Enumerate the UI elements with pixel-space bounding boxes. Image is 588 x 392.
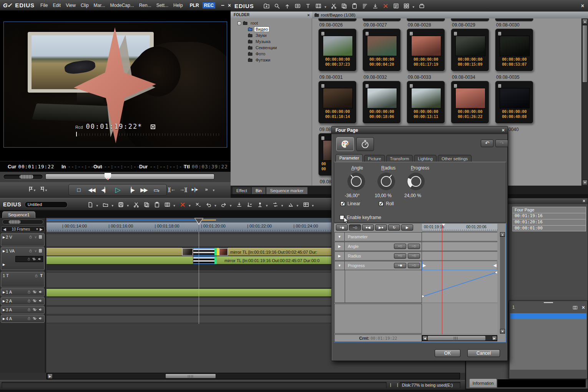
menu-item-mar[interactable]: Mar... bbox=[94, 3, 105, 8]
lock-icon[interactable] bbox=[27, 290, 31, 294]
timeline-zoom-slider[interactable] bbox=[2, 219, 43, 224]
tab-sequence1[interactable]: Sequence1 bbox=[2, 211, 35, 218]
reset-keyframe-button[interactable]: ↻ bbox=[388, 224, 400, 231]
keyframe-track-progress[interactable]: ▶◀ bbox=[422, 261, 497, 270]
open-project-caret-icon[interactable]: ▼ bbox=[111, 204, 114, 208]
knob-radius[interactable] bbox=[377, 172, 395, 192]
keyframe-row-progress[interactable]: ▼Progress+◆−◇ bbox=[334, 261, 422, 270]
tab-lighting[interactable]: Lighting bbox=[414, 155, 437, 163]
goto-out-button[interactable]: →][ bbox=[178, 184, 188, 194]
rec-mode-button[interactable]: REC bbox=[203, 2, 215, 8]
normalize-audio-caret-icon[interactable]: ▼ bbox=[296, 204, 299, 208]
track-expander-icon[interactable]: ▶ bbox=[3, 236, 5, 239]
play-button[interactable]: ▷ bbox=[113, 185, 123, 195]
project-name-field[interactable]: Untitled bbox=[25, 201, 68, 208]
loop-button[interactable]: ▭▼ bbox=[152, 185, 162, 195]
minimize-button[interactable]: – bbox=[221, 2, 224, 9]
keyframe-end-marker[interactable]: ◀ bbox=[493, 263, 497, 268]
zoom-preset-dropdown[interactable]: ◀ 10 Frames ▼ ▶ bbox=[1, 226, 45, 232]
track-header-1a[interactable]: ▶1 A bbox=[1, 288, 45, 296]
row-expander-icon[interactable]: ▼ bbox=[335, 261, 345, 270]
export-button[interactable]: ▸|▸ bbox=[190, 184, 200, 194]
timeline-horizontal-scrollbar[interactable]: ◀ ▶ bbox=[47, 373, 460, 379]
menu-item-ren[interactable]: Ren... bbox=[139, 3, 151, 8]
cut-icon[interactable] bbox=[330, 2, 338, 10]
up-folder-icon[interactable] bbox=[283, 2, 292, 10]
position-slider[interactable] bbox=[45, 174, 214, 179]
row-add-keyframe-button[interactable]: +◇ bbox=[394, 244, 406, 249]
track-header-2v[interactable]: ▶2 V∨ bbox=[1, 233, 45, 246]
menu-item-modecap[interactable]: ModeCap... bbox=[110, 3, 134, 8]
add-title-icon[interactable] bbox=[304, 2, 312, 10]
undo-button[interactable]: ↶ bbox=[481, 140, 493, 147]
video-clip-1[interactable] bbox=[47, 248, 182, 256]
keyframe-playhead-marker[interactable] bbox=[442, 224, 445, 226]
knob-progress[interactable] bbox=[407, 172, 425, 192]
menu-item-sett[interactable]: Sett... bbox=[156, 3, 168, 8]
redo-icon[interactable] bbox=[219, 201, 228, 208]
info-row-effect-name[interactable]: Four Page bbox=[512, 207, 586, 213]
paste-icon[interactable] bbox=[350, 2, 359, 10]
row-add-keyframe-button[interactable]: +◇ bbox=[394, 253, 406, 259]
checkbox-icon[interactable] bbox=[379, 201, 384, 206]
layouter-icon[interactable] bbox=[302, 201, 310, 208]
delete-icon[interactable] bbox=[382, 2, 390, 10]
bin-close-button[interactable]: × bbox=[581, 3, 584, 9]
track-header-1t[interactable]: 1 TT bbox=[1, 272, 45, 287]
normalize-icon[interactable] bbox=[371, 2, 380, 10]
checkbox-icon[interactable] bbox=[341, 201, 345, 206]
zoom-slider-thumb[interactable] bbox=[9, 220, 20, 224]
info-row-timecode[interactable]: 00:00:01:00 bbox=[512, 225, 586, 231]
preset-prev-icon[interactable]: ◀ bbox=[3, 227, 6, 231]
row-add-keyframe-button[interactable]: +◆ bbox=[394, 263, 406, 268]
lock-icon[interactable] bbox=[28, 235, 33, 239]
track-expander-icon[interactable]: ▶ bbox=[3, 317, 5, 321]
palette-close-button[interactable]: × bbox=[583, 198, 585, 204]
track-expander-icon[interactable]: ▶ bbox=[3, 291, 5, 294]
next-keyframe-button[interactable]: ▶● bbox=[375, 224, 387, 231]
properties-icon[interactable] bbox=[392, 2, 400, 10]
waveform-icon[interactable] bbox=[33, 316, 37, 321]
bin-vertical-scrollbar[interactable]: ▲ ▼ bbox=[581, 18, 588, 186]
mixdown-icon[interactable] bbox=[256, 201, 264, 208]
row-expander-icon[interactable]: ▶ bbox=[335, 252, 345, 260]
row-delete-keyframe-button[interactable]: −◇ bbox=[408, 253, 420, 259]
new-sequence-caret-icon[interactable]: ▼ bbox=[96, 204, 99, 208]
add-keyframe-button[interactable]: +◆ bbox=[336, 224, 348, 231]
layouter-caret-icon[interactable]: ▼ bbox=[311, 204, 314, 208]
waveform-icon[interactable] bbox=[32, 257, 36, 261]
keyframe-row-radius[interactable]: ▶Radius+◇−◇ bbox=[334, 251, 422, 261]
preset-caret-icon[interactable]: ▼ bbox=[35, 228, 38, 231]
delete-keyframe-button[interactable]: −◇ bbox=[349, 224, 361, 231]
lock-icon[interactable] bbox=[27, 299, 31, 303]
tree-item-5[interactable]: Футажи bbox=[231, 57, 312, 63]
drag-handle[interactable] bbox=[544, 302, 553, 303]
view-mode-caret-icon[interactable]: ▼ bbox=[412, 5, 415, 9]
tab-effect[interactable]: Effect bbox=[233, 187, 251, 194]
copy-icon[interactable] bbox=[143, 201, 151, 208]
tree-item-2[interactable]: Музыка bbox=[231, 38, 312, 45]
tab-transform[interactable]: Transform bbox=[386, 155, 413, 163]
tree-item-0[interactable]: Видео bbox=[231, 26, 312, 32]
checkbox-roll[interactable]: Roll bbox=[379, 201, 394, 206]
color-bars-caret-icon[interactable]: ▼ bbox=[324, 5, 327, 9]
mark-in-button[interactable]: ▼ bbox=[27, 184, 37, 194]
keyframe-track-angle[interactable] bbox=[422, 242, 497, 251]
clip-thumbnail-09.08-0033[interactable]: 00:00:00:0000:00:13:11 bbox=[407, 81, 445, 124]
tab-sequence-marker[interactable]: Sequence marker bbox=[266, 187, 307, 194]
keyframe-start-marker[interactable]: ▶ bbox=[423, 263, 426, 268]
timeline-scrollbar-thumb[interactable] bbox=[165, 374, 216, 379]
tab-picture[interactable]: Picture bbox=[364, 155, 385, 163]
tab-parameter[interactable]: Parameter bbox=[336, 154, 363, 163]
new-sequence-icon[interactable] bbox=[86, 201, 95, 208]
row-delete-keyframe-button[interactable]: −◇ bbox=[408, 244, 420, 249]
keyframe-ruler[interactable]: 00:01:19:16 00:01:20:06 bbox=[422, 224, 497, 231]
color-bars-icon[interactable] bbox=[314, 2, 323, 10]
selected-clip-region[interactable] bbox=[193, 256, 214, 264]
speaker-icon[interactable] bbox=[38, 316, 43, 321]
normalize-audio-icon[interactable] bbox=[286, 201, 295, 208]
sync-point-icon[interactable] bbox=[271, 201, 279, 208]
undo-icon[interactable] bbox=[204, 201, 213, 208]
transition-icon[interactable] bbox=[572, 305, 578, 310]
keyframe-row-angle[interactable]: ▶Angle+◇−◇ bbox=[334, 242, 422, 251]
